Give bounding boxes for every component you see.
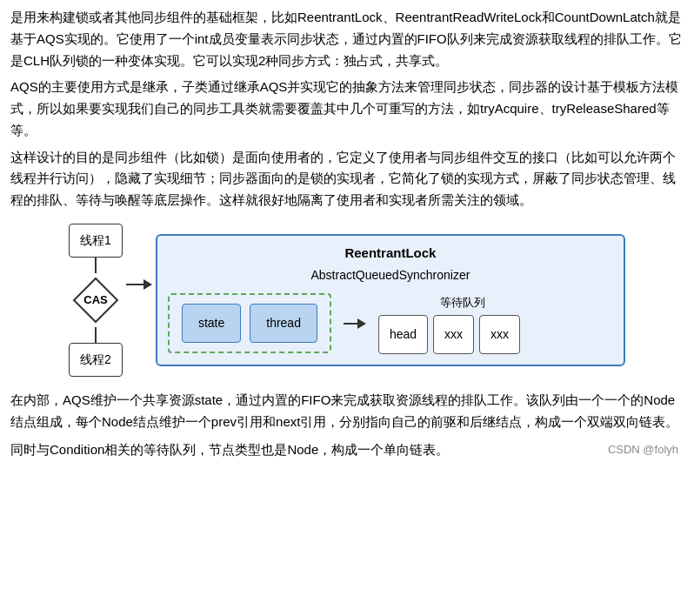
xxx2-cell: xxx bbox=[479, 315, 520, 354]
state-thread-box: state thread bbox=[168, 293, 331, 353]
queue-cells: head xxx xxx bbox=[378, 315, 520, 354]
bottom-paragraph-1-text: 在内部，AQS维护一个共享资源state，通过内置的FIFO来完成获取资源线程的… bbox=[10, 392, 678, 430]
thread2-box: 线程2 bbox=[69, 343, 123, 377]
inner-arrow bbox=[344, 318, 366, 329]
xxx1-cell: xxx bbox=[433, 315, 474, 354]
thread2-label: 线程2 bbox=[80, 352, 111, 366]
paragraph-1: 是用来构建锁或者其他同步组件的基础框架，比如ReentrantLock、Reen… bbox=[10, 7, 684, 71]
watermark-text: CSDN @folyh bbox=[608, 443, 678, 456]
thread1-label: 线程1 bbox=[80, 233, 111, 247]
connector-top bbox=[95, 258, 97, 273]
waiting-queue: 等待队列 head xxx xxx bbox=[378, 293, 520, 355]
head-cell: head bbox=[378, 315, 428, 354]
paragraph-1-text: 是用来构建锁或者其他同步组件的基础框架，比如ReentrantLock、Reen… bbox=[10, 10, 682, 68]
paragraph-3: 这样设计的目的是同步组件（比如锁）是面向使用者的，它定义了使用者与同步组件交互的… bbox=[10, 147, 684, 211]
inner-h-line bbox=[344, 323, 357, 325]
page-wrapper: 是用来构建锁或者其他同步组件的基础框架，比如ReentrantLock、Reen… bbox=[10, 7, 684, 460]
left-section: 线程1 CAS 线程2 bbox=[69, 224, 123, 377]
cas-diamond: CAS bbox=[72, 277, 119, 324]
paragraph-2-text: AQS的主要使用方式是继承，子类通过继承AQS并实现它的抽象方法来管理同步状态，… bbox=[10, 79, 678, 137]
reentrant-label: ReentrantLock bbox=[168, 243, 613, 264]
watermark: CSDN @folyh bbox=[603, 439, 684, 460]
paragraph-2: AQS的主要使用方式是继承，子类通过继承AQS并实现它的抽象方法来管理同步状态，… bbox=[10, 77, 684, 141]
thread1-box: 线程1 bbox=[69, 224, 123, 258]
bottom-text: 在内部，AQS维护一个共享资源state，通过内置的FIFO来完成获取资源线程的… bbox=[10, 389, 684, 461]
h-line bbox=[126, 284, 143, 285]
inner-arrowhead bbox=[357, 318, 366, 329]
diagram-area: 线程1 CAS 线程2 bbox=[17, 224, 677, 377]
bottom-paragraph-2: 同时与Condition相关的等待队列，节点类型也是Node，构成一个单向链表。 bbox=[10, 439, 684, 461]
connector-bottom bbox=[95, 327, 97, 343]
paragraph-3-text: 这样设计的目的是同步组件（比如锁）是面向使用者的，它定义了使用者与同步组件交互的… bbox=[10, 150, 676, 208]
bottom-paragraph-2-text: 同时与Condition相关的等待队列，节点类型也是Node，构成一个单向链表。 bbox=[10, 442, 449, 457]
queue-label: 等待队列 bbox=[414, 293, 485, 311]
aqs-label: AbstractQueuedSynchronizer bbox=[168, 265, 613, 285]
reentrant-box: ReentrantLock AbstractQueuedSynchronizer… bbox=[156, 234, 625, 366]
diagram-row: 线程1 CAS 线程2 bbox=[69, 224, 625, 377]
thread-cell: thread bbox=[250, 304, 317, 343]
cas-label: CAS bbox=[83, 291, 107, 309]
bottom-paragraph-1: 在内部，AQS维护一个共享资源state，通过内置的FIFO来完成获取资源线程的… bbox=[10, 389, 684, 433]
cas-arrow bbox=[126, 279, 152, 290]
aqs-inner: state thread 等待队列 head xxx bbox=[168, 293, 613, 355]
arrowhead bbox=[143, 279, 152, 290]
state-cell: state bbox=[182, 304, 241, 343]
